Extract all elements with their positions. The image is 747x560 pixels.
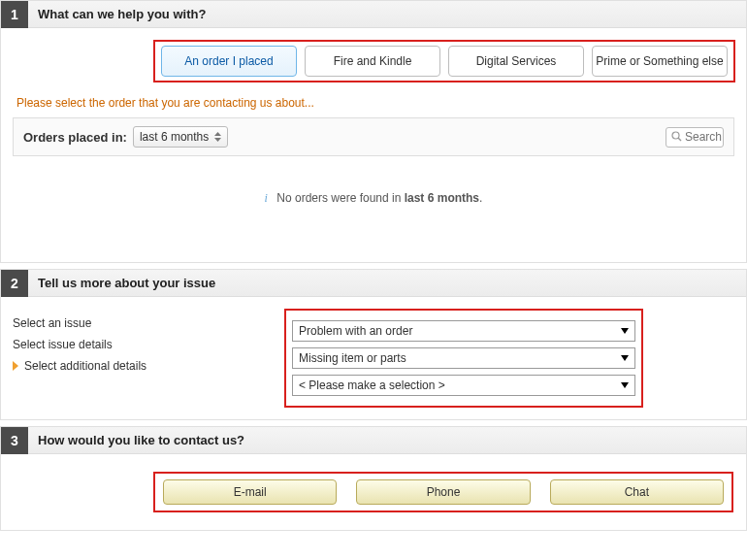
tab-fire-kindle[interactable]: Fire and Kindle — [305, 46, 440, 77]
section-header: 2 Tell us more about your issue — [1, 270, 746, 297]
instruction-text: Please select the order that you are con… — [16, 96, 734, 110]
timeframe-value: last 6 months — [140, 130, 209, 144]
search-input[interactable] — [685, 130, 724, 144]
no-orders-suffix: . — [479, 191, 482, 205]
no-orders-period: last 6 months — [405, 191, 479, 205]
label-additional-details: Select additional details — [13, 359, 284, 373]
section-header: 1 What can we help you with? — [1, 1, 746, 28]
contact-email-button[interactable]: E-mail — [163, 479, 337, 505]
section-contact-method: 3 How would you like to contact us? E-ma… — [0, 426, 747, 531]
step-title: Tell us more about your issue — [28, 276, 215, 290]
tab-prime-else[interactable]: Prime or Something else — [592, 46, 728, 77]
category-tabs: An order I placed Fire and Kindle Digita… — [153, 40, 735, 82]
order-filter-bar: Orders placed in: last 6 months — [13, 117, 734, 156]
no-orders-text: No orders were found in — [276, 191, 404, 205]
timeframe-dropdown[interactable]: last 6 months — [133, 126, 228, 148]
chevron-right-icon — [13, 361, 18, 371]
contact-phone-button[interactable]: Phone — [356, 479, 530, 505]
step-number: 1 — [1, 1, 28, 28]
contact-buttons: E-mail Phone Chat — [153, 472, 733, 512]
step-title: How would you like to contact us? — [28, 433, 244, 447]
search-orders[interactable] — [666, 127, 724, 148]
no-orders-message: i No orders were found in last 6 months. — [13, 156, 734, 250]
section-help-with: 1 What can we help you with? An order I … — [0, 0, 747, 263]
svg-line-1 — [678, 138, 681, 141]
issue-dropdowns: Problem with an order Missing item or pa… — [284, 309, 643, 408]
contact-chat-button[interactable]: Chat — [550, 479, 724, 505]
updown-icon — [214, 132, 221, 142]
label-issue-details: Select issue details — [13, 338, 284, 351]
chevron-down-icon — [621, 382, 629, 388]
chevron-down-icon — [621, 355, 629, 361]
chevron-down-icon — [621, 328, 629, 334]
filter-label: Orders placed in: — [23, 130, 127, 145]
dropdown-issue-details[interactable]: Missing item or parts — [292, 347, 635, 369]
dropdown-issue[interactable]: Problem with an order — [292, 320, 635, 342]
search-icon — [671, 130, 682, 145]
dropdown-value: Missing item or parts — [299, 351, 406, 365]
label-select-issue: Select an issue — [13, 316, 284, 330]
step-number: 2 — [1, 270, 28, 297]
dropdown-value: Problem with an order — [299, 324, 412, 338]
dropdown-value: < Please make a selection > — [299, 379, 445, 392]
tab-order-placed[interactable]: An order I placed — [161, 46, 297, 77]
section-header: 3 How would you like to contact us? — [1, 427, 746, 454]
step-number: 3 — [1, 427, 28, 454]
step-title: What can we help you with? — [28, 7, 206, 21]
info-icon: i — [265, 191, 268, 205]
dropdown-additional-details[interactable]: < Please make a selection > — [292, 375, 635, 396]
section-tell-us-more: 2 Tell us more about your issue Select a… — [0, 269, 747, 420]
tab-digital-services[interactable]: Digital Services — [448, 46, 584, 77]
svg-point-0 — [672, 132, 679, 139]
